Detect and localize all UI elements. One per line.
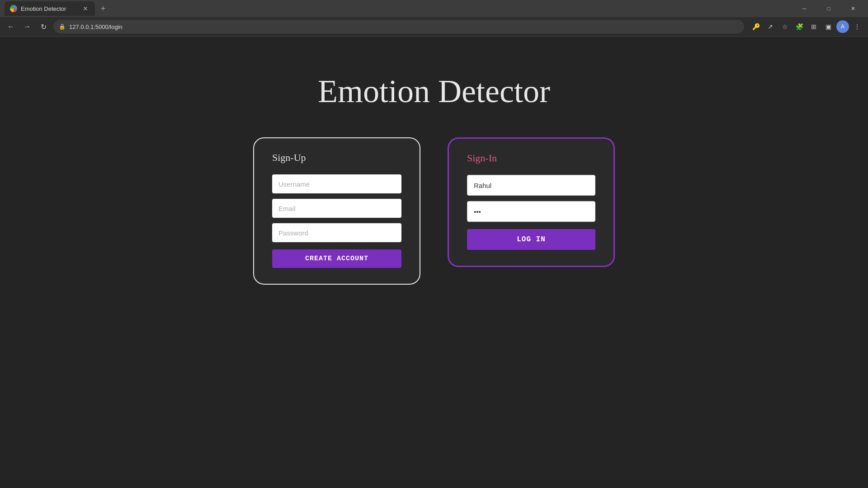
new-tab-button[interactable]: + bbox=[97, 2, 109, 15]
reload-button[interactable]: ↻ bbox=[37, 20, 50, 33]
share-icon[interactable]: ↗ bbox=[764, 20, 777, 33]
key-icon[interactable]: 🔑 bbox=[750, 20, 762, 33]
url-text: 127.0.0.1:5000/login bbox=[69, 23, 123, 30]
profile-avatar[interactable]: A bbox=[836, 20, 849, 33]
tab-bar: Emotion Detector ✕ + ─ □ ✕ bbox=[0, 0, 868, 17]
page-title: Emotion Detector bbox=[318, 73, 550, 110]
create-account-button[interactable]: CREATE ACCOUNT bbox=[272, 249, 401, 268]
back-button[interactable]: ← bbox=[5, 20, 17, 33]
lock-icon: 🔒 bbox=[59, 23, 66, 30]
tab-close-button[interactable]: ✕ bbox=[81, 5, 90, 13]
signin-card-title: Sign-In bbox=[467, 152, 595, 164]
star-icon[interactable]: ☆ bbox=[778, 20, 791, 33]
toolbar-icons: 🔑 ↗ ☆ 🧩 ⊞ ▣ A ⋮ bbox=[750, 20, 863, 33]
signup-card-title: Sign-Up bbox=[272, 152, 401, 164]
layout-icon[interactable]: ▣ bbox=[822, 20, 835, 33]
forms-container: Sign-Up CREATE ACCOUNT Sign-In LOG IN bbox=[253, 137, 615, 285]
signin-password-input[interactable] bbox=[467, 201, 595, 222]
tab-groups-icon[interactable]: ⊞ bbox=[807, 20, 820, 33]
forward-button[interactable]: → bbox=[21, 20, 33, 33]
window-controls: ─ □ ✕ bbox=[794, 0, 863, 17]
username-input[interactable] bbox=[272, 174, 401, 193]
signin-username-input[interactable] bbox=[467, 175, 595, 196]
signin-card: Sign-In LOG IN bbox=[448, 137, 615, 267]
close-button[interactable]: ✕ bbox=[843, 0, 863, 17]
login-button[interactable]: LOG IN bbox=[467, 229, 595, 250]
signup-password-input[interactable] bbox=[272, 223, 401, 242]
tab-title: Emotion Detector bbox=[21, 5, 78, 12]
nav-bar: ← → ↻ 🔒 127.0.0.1:5000/login 🔑 ↗ ☆ 🧩 ⊞ ▣… bbox=[0, 17, 868, 36]
extensions-icon[interactable]: 🧩 bbox=[793, 20, 806, 33]
page-content: Emotion Detector Sign-Up CREATE ACCOUNT … bbox=[0, 37, 868, 488]
tab-favicon-icon bbox=[10, 5, 17, 12]
active-tab[interactable]: Emotion Detector ✕ bbox=[5, 1, 95, 16]
address-bar[interactable]: 🔒 127.0.0.1:5000/login bbox=[53, 20, 744, 33]
browser-chrome: Emotion Detector ✕ + ─ □ ✕ ← → ↻ 🔒 127.0… bbox=[0, 0, 868, 37]
email-input[interactable] bbox=[272, 199, 401, 218]
minimize-button[interactable]: ─ bbox=[794, 0, 815, 17]
more-options-icon[interactable]: ⋮ bbox=[851, 20, 863, 33]
signup-card: Sign-Up CREATE ACCOUNT bbox=[253, 137, 420, 285]
maximize-button[interactable]: □ bbox=[818, 0, 839, 17]
